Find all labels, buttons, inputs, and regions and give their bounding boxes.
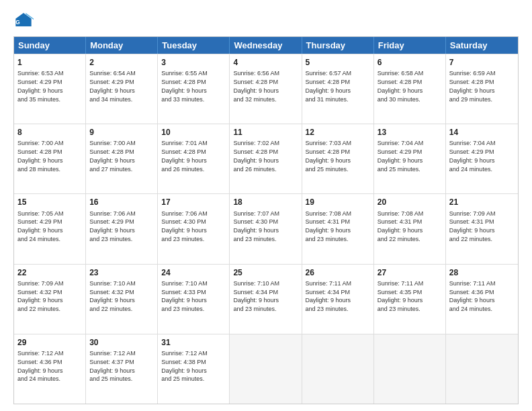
table-row: 25Sunrise: 7:10 AMSunset: 4:34 PMDayligh… [230,265,302,334]
table-row: 30Sunrise: 7:12 AMSunset: 4:37 PMDayligh… [86,334,158,404]
header-sunday: Sunday [14,37,86,54]
table-row: 23Sunrise: 7:10 AMSunset: 4:32 PMDayligh… [86,265,158,334]
logo-icon: G [13,11,34,31]
table-row: 21Sunrise: 7:09 AMSunset: 4:31 PMDayligh… [446,194,518,263]
header-tuesday: Tuesday [158,37,230,54]
svg-text:G: G [15,19,19,26]
table-row: 17Sunrise: 7:06 AMSunset: 4:30 PMDayligh… [158,194,230,263]
calendar-row-4: 22Sunrise: 7:09 AMSunset: 4:32 PMDayligh… [14,264,518,334]
table-row: 26Sunrise: 7:11 AMSunset: 4:34 PMDayligh… [302,265,374,334]
table-row: 1Sunrise: 6:53 AMSunset: 4:29 PMDaylight… [14,54,86,124]
calendar: SundayMondayTuesdayWednesdayThursdayFrid… [13,36,519,404]
table-row [302,334,374,404]
table-row: 8Sunrise: 7:00 AMSunset: 4:28 PMDaylight… [14,124,86,193]
table-row: 27Sunrise: 7:11 AMSunset: 4:35 PMDayligh… [374,265,446,334]
header-saturday: Saturday [446,37,518,54]
table-row: 28Sunrise: 7:11 AMSunset: 4:36 PMDayligh… [446,265,518,334]
table-row [374,334,446,404]
calendar-body: 1Sunrise: 6:53 AMSunset: 4:29 PMDaylight… [14,54,518,404]
table-row: 20Sunrise: 7:08 AMSunset: 4:31 PMDayligh… [374,194,446,263]
table-row: 11Sunrise: 7:02 AMSunset: 4:28 PMDayligh… [230,124,302,193]
table-row: 9Sunrise: 7:00 AMSunset: 4:28 PMDaylight… [86,124,158,193]
table-row: 15Sunrise: 7:05 AMSunset: 4:29 PMDayligh… [14,194,86,263]
logo: G [13,11,36,31]
calendar-row-5: 29Sunrise: 7:12 AMSunset: 4:36 PMDayligh… [14,334,518,404]
table-row: 29Sunrise: 7:12 AMSunset: 4:36 PMDayligh… [14,334,86,404]
calendar-row-1: 1Sunrise: 6:53 AMSunset: 4:29 PMDaylight… [14,54,518,124]
calendar-header: SundayMondayTuesdayWednesdayThursdayFrid… [14,37,518,54]
table-row: 12Sunrise: 7:03 AMSunset: 4:28 PMDayligh… [302,124,374,193]
table-row: 4Sunrise: 6:56 AMSunset: 4:28 PMDaylight… [230,54,302,124]
table-row [230,334,302,404]
header-friday: Friday [374,37,446,54]
table-row: 7Sunrise: 6:59 AMSunset: 4:28 PMDaylight… [446,54,518,124]
table-row: 31Sunrise: 7:12 AMSunset: 4:38 PMDayligh… [158,334,230,404]
table-row: 6Sunrise: 6:58 AMSunset: 4:28 PMDaylight… [374,54,446,124]
table-row: 19Sunrise: 7:08 AMSunset: 4:31 PMDayligh… [302,194,374,263]
header-monday: Monday [86,37,158,54]
table-row: 22Sunrise: 7:09 AMSunset: 4:32 PMDayligh… [14,265,86,334]
table-row: 3Sunrise: 6:55 AMSunset: 4:28 PMDaylight… [158,54,230,124]
header-wednesday: Wednesday [230,37,302,54]
table-row: 10Sunrise: 7:01 AMSunset: 4:28 PMDayligh… [158,124,230,193]
table-row: 5Sunrise: 6:57 AMSunset: 4:28 PMDaylight… [302,54,374,124]
table-row: 13Sunrise: 7:04 AMSunset: 4:29 PMDayligh… [374,124,446,193]
table-row: 14Sunrise: 7:04 AMSunset: 4:29 PMDayligh… [446,124,518,193]
calendar-page: G SundayMondayTuesdayWednesdayThursdayFr… [0,0,532,411]
table-row: 24Sunrise: 7:10 AMSunset: 4:33 PMDayligh… [158,265,230,334]
top-area: G [13,11,519,31]
calendar-row-2: 8Sunrise: 7:00 AMSunset: 4:28 PMDaylight… [14,124,518,193]
table-row: 18Sunrise: 7:07 AMSunset: 4:30 PMDayligh… [230,194,302,263]
header-thursday: Thursday [302,37,374,54]
calendar-row-3: 15Sunrise: 7:05 AMSunset: 4:29 PMDayligh… [14,193,518,263]
table-row: 16Sunrise: 7:06 AMSunset: 4:29 PMDayligh… [86,194,158,263]
table-row [446,334,518,404]
table-row: 2Sunrise: 6:54 AMSunset: 4:29 PMDaylight… [86,54,158,124]
